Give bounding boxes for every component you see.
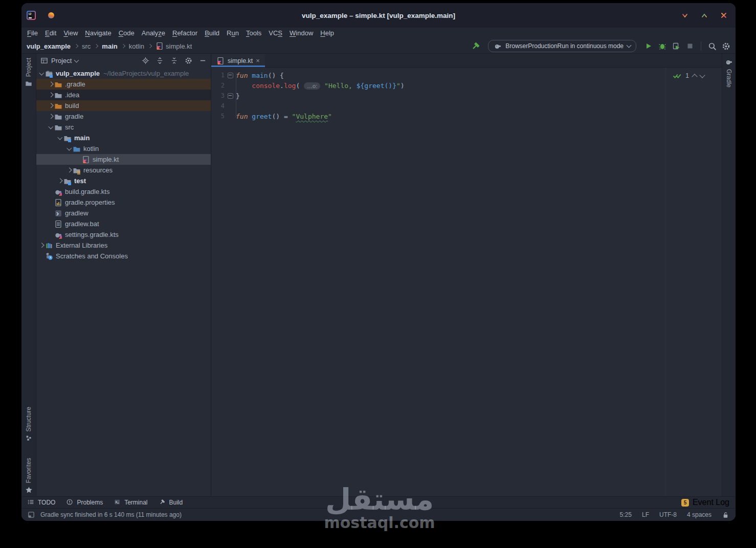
sidebar-tab-structure[interactable]: Structure <box>21 407 36 442</box>
menu-view[interactable]: View <box>60 28 81 39</box>
tree-item-scratches-and-consoles[interactable]: Scratches and Consoles <box>36 251 211 261</box>
chevron-down-icon[interactable] <box>65 147 73 150</box>
file-encoding[interactable]: UTF-8 <box>659 511 677 518</box>
maximize-button[interactable] <box>700 11 709 20</box>
sidebar-tab-favorites[interactable]: Favorites <box>21 458 36 494</box>
stop-button[interactable] <box>685 41 695 51</box>
chevron-right-icon[interactable] <box>47 115 54 118</box>
chevron-right-icon[interactable] <box>47 93 54 97</box>
search-everywhere-button[interactable] <box>707 41 717 51</box>
menu-tools[interactable]: Tools <box>242 28 265 39</box>
menu-file[interactable]: File <box>24 28 41 39</box>
project-panel-title[interactable]: Project <box>51 57 72 64</box>
tree-item-resources[interactable]: resources <box>36 165 211 176</box>
tree-item-simple-kt[interactable]: simple.kt <box>36 154 211 165</box>
menu-window[interactable]: Window <box>286 28 317 39</box>
tree-item-gradlew[interactable]: gradlew <box>36 208 211 218</box>
chevron-down-icon[interactable] <box>56 137 63 139</box>
tree-item-vulp-example[interactable]: vulp_example~/IdeaProjects/vulp_example <box>36 68 211 79</box>
toolwindow-button-terminal[interactable]: Terminal <box>114 499 147 506</box>
tree-item-build[interactable]: build <box>36 100 211 111</box>
chevron-down-icon[interactable] <box>47 126 54 128</box>
fold-marker-icon[interactable] <box>225 93 236 99</box>
toolwindow-button-build[interactable]: Build <box>159 499 183 506</box>
code-area[interactable]: 1fun main() {2 console.log( …o: "Hello, … <box>211 68 722 496</box>
next-problem-button[interactable] <box>699 72 705 78</box>
tree-item--idea[interactable]: .idea <box>36 90 211 100</box>
chevron-right-icon[interactable] <box>47 82 54 86</box>
settings-button[interactable] <box>721 41 730 51</box>
breadcrumb-main[interactable]: main <box>102 42 117 50</box>
tree-item-src[interactable]: src <box>36 122 211 133</box>
run-button[interactable] <box>644 41 653 51</box>
tree-item-build-gradle-kts[interactable]: build.gradle.kts <box>36 186 211 197</box>
menu-vcs[interactable]: VCS <box>265 28 286 39</box>
expand-all-button[interactable] <box>155 56 164 64</box>
event-log-button[interactable]: 5Event Log <box>681 498 729 507</box>
collapse-all-button[interactable] <box>170 56 178 64</box>
locate-file-button[interactable] <box>141 56 149 64</box>
close-tab-icon[interactable]: × <box>256 57 260 64</box>
indent-setting[interactable]: 4 spaces <box>687 511 711 518</box>
run-with-coverage-button[interactable] <box>672 41 681 51</box>
line-number[interactable]: 2 <box>211 82 225 89</box>
line-number[interactable]: 4 <box>211 102 225 109</box>
line-number[interactable]: 3 <box>211 92 225 99</box>
menu-build[interactable]: Build <box>201 28 223 39</box>
tree-item-external-libraries[interactable]: External Libraries <box>36 240 211 251</box>
lock-icon[interactable] <box>722 511 729 519</box>
build-project-button[interactable] <box>471 41 480 51</box>
code-line-2[interactable]: 2 console.log( …o: "Hello, ${greet()}") <box>211 80 722 91</box>
menu-code[interactable]: Code <box>115 28 138 39</box>
menu-help[interactable]: Help <box>317 28 338 39</box>
breadcrumb-kotlin[interactable]: kotlin <box>129 42 144 50</box>
code-line-4[interactable]: 4 <box>211 101 722 111</box>
tree-item-test[interactable]: test <box>36 176 211 186</box>
tree-item-main[interactable]: main <box>36 133 211 143</box>
code-line-1[interactable]: 1fun main() { <box>211 70 722 80</box>
tree-item-kotlin[interactable]: kotlin <box>36 143 211 154</box>
code-line-5[interactable]: 5fun greet() = "Vulphere" <box>211 111 722 121</box>
chevron-right-icon[interactable] <box>47 104 54 107</box>
tree-item--gradle[interactable]: .gradle <box>36 79 211 90</box>
sidebar-tab-gradle[interactable]: Gradle <box>722 58 736 87</box>
breadcrumb: vulp_examplesrcmainkotlinsimple.kt <box>27 42 192 50</box>
line-ending[interactable]: LF <box>642 511 649 518</box>
panel-settings-button[interactable] <box>184 56 192 64</box>
caret-position[interactable]: 5:25 <box>620 511 632 518</box>
fold-marker-icon[interactable] <box>225 73 236 78</box>
prev-problem-button[interactable] <box>692 74 697 79</box>
toolwindow-button-problems[interactable]: Problems <box>66 499 103 506</box>
status-message[interactable]: Gradle sync finished in 6 s 140 ms (11 m… <box>40 511 182 518</box>
minimize-button[interactable] <box>680 11 690 20</box>
chevron-down-icon[interactable] <box>38 72 45 75</box>
code-line-3[interactable]: 3} <box>211 91 722 101</box>
tree-item-gradle[interactable]: gradle <box>36 111 211 122</box>
menu-run[interactable]: Run <box>223 28 242 39</box>
tree-item-gradlew-bat[interactable]: gradlew.bat <box>36 218 211 229</box>
chevron-right-icon[interactable] <box>56 179 63 183</box>
breadcrumb-vulp-example[interactable]: vulp_example <box>27 42 71 50</box>
menu-navigate[interactable]: Navigate <box>81 28 115 39</box>
breadcrumb-simple-kt[interactable]: simple.kt <box>155 42 192 50</box>
tree-item-gradle-properties[interactable]: gradle.properties <box>36 197 211 208</box>
line-number[interactable]: 5 <box>211 113 225 120</box>
breadcrumb-src[interactable]: src <box>82 42 91 50</box>
chevron-right-icon[interactable] <box>38 244 45 247</box>
tree-item-settings-gradle-kts[interactable]: settings.gradle.kts <box>36 229 211 240</box>
sidebar-tab-project[interactable]: Project <box>21 58 36 87</box>
close-button[interactable] <box>719 11 728 20</box>
gear-icon <box>722 42 730 51</box>
chevron-right-icon[interactable] <box>65 168 73 172</box>
menu-analyze[interactable]: Analyze <box>138 28 169 39</box>
debug-button[interactable] <box>658 41 667 51</box>
hide-panel-button[interactable] <box>198 56 207 64</box>
line-number[interactable]: 1 <box>211 72 225 79</box>
tab-simple-kt[interactable]: simple.kt × <box>211 54 265 67</box>
run-configuration-select[interactable]: BrowserProductionRun in continuous mode <box>488 40 636 52</box>
tool-window-switcher-icon[interactable] <box>28 511 35 519</box>
menu-refactor[interactable]: Refactor <box>169 28 201 39</box>
menu-edit[interactable]: Edit <box>41 28 60 39</box>
toolwindow-button-todo[interactable]: TODO <box>28 499 55 506</box>
code-editor[interactable]: 1fun main() {2 console.log( …o: "Hello, … <box>211 68 722 496</box>
